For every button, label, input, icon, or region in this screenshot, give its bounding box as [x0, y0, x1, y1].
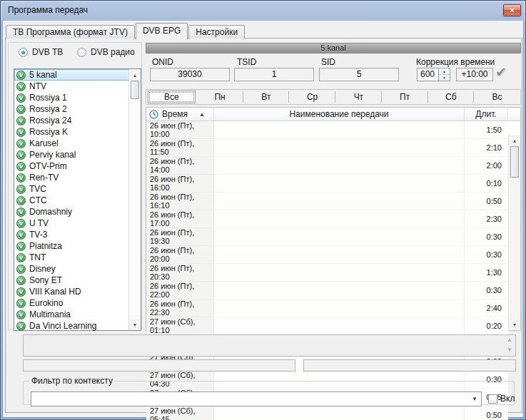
channel-scrollbar-thumb[interactable]	[131, 81, 139, 99]
channel-v-icon: V	[16, 185, 26, 194]
column-header-time[interactable]: Время ▲	[146, 108, 214, 121]
channel-scrollbar-track[interactable]	[129, 99, 141, 319]
channel-v-icon: V	[16, 208, 26, 217]
sid-field[interactable]: 5	[319, 68, 399, 81]
channel-item[interactable]: VSony ET	[14, 275, 129, 286]
tab-dvb-epg[interactable]: DVB EPG	[136, 23, 188, 39]
tab-tv-program-jtv[interactable]: ТВ Программа (формат JTV)	[6, 25, 135, 39]
channel-list-scrollbar[interactable]: ▲ ▼	[128, 69, 141, 330]
filter-checkbox[interactable]	[488, 394, 497, 404]
radio-dvb-radio-bullet	[77, 48, 86, 57]
epg-row[interactable]: 26 июн (Пт), 20:000:30	[146, 246, 508, 264]
epg-row[interactable]: 26 июн (Пт), 10:001:50	[146, 121, 508, 139]
epg-row[interactable]: 27 июн (Сб), 01:100:20	[146, 317, 508, 335]
channel-item[interactable]: VMultimania	[14, 309, 129, 320]
epg-row-duration: 0:30	[465, 228, 508, 246]
channel-item[interactable]: VRossiya 2	[14, 103, 129, 115]
main-tabstrip: ТВ Программа (формат JTV) DVB EPG Настро…	[6, 23, 246, 39]
channel-item[interactable]: VPerviy kanal	[14, 149, 129, 160]
spinner-down-icon[interactable]: ▼	[439, 75, 450, 81]
channel-item[interactable]: VTNT	[14, 252, 129, 263]
radio-dvb-radio[interactable]: DVB радио	[77, 47, 135, 57]
scroll-up-icon[interactable]: ▲	[509, 135, 520, 146]
channel-item[interactable]: VRossiya K	[14, 126, 129, 138]
filter-enable[interactable]: Вкл	[488, 394, 515, 404]
epg-row[interactable]: 26 июн (Пт), 20:301:30	[146, 264, 508, 282]
epg-scrollbar-thumb[interactable]	[510, 146, 519, 178]
channel-item[interactable]: VOTV-Prim	[14, 160, 129, 172]
epg-row[interactable]: 26 июн (Пт), 14:002:00	[146, 157, 508, 175]
scroll-down-icon[interactable]: ▼	[129, 319, 141, 330]
close-button[interactable]: ×	[503, 4, 521, 16]
epg-row-name	[214, 175, 465, 193]
channel-item[interactable]: VVIII Kanal HD	[14, 286, 129, 297]
channel-item[interactable]: VNTV	[14, 81, 129, 92]
channel-item-label: Multimania	[29, 309, 71, 319]
channel-item[interactable]: VDa Vinci Learning	[14, 320, 129, 332]
filter-combobox[interactable]: ▼	[31, 391, 482, 406]
column-header-name[interactable]: Наименование передачи	[214, 108, 465, 121]
channel-item-label: U TV	[29, 218, 49, 228]
channel-item-label: Karusel	[29, 138, 59, 148]
day-tab-3[interactable]: Вт	[243, 90, 290, 104]
channel-item-label: TVC	[29, 184, 46, 194]
channel-item[interactable]: VEurokino	[14, 297, 129, 309]
day-tab-6[interactable]: Пт	[382, 90, 428, 104]
channel-item[interactable]: V5 kanal	[14, 69, 129, 81]
scroll-down-icon[interactable]: ▼	[507, 347, 512, 353]
epg-scrollbar-track[interactable]	[509, 178, 520, 319]
tab-settings[interactable]: Настройки	[188, 25, 245, 39]
channel-item[interactable]: VRossiya 24	[14, 115, 129, 126]
channel-item[interactable]: VKarusel	[14, 138, 129, 149]
description-scroll[interactable]: ▲ ▼	[507, 337, 512, 353]
channel-item[interactable]: VDisney	[14, 263, 129, 275]
channel-item[interactable]: VCTC	[14, 195, 129, 206]
channel-item[interactable]: VRossiya 1	[14, 92, 129, 103]
channel-item[interactable]: VDomashniy	[14, 206, 129, 217]
apply-check-icon[interactable]: ✔	[495, 64, 514, 81]
correction-minutes-input[interactable]: 600	[417, 68, 439, 81]
day-tab-1[interactable]: Все	[148, 91, 196, 103]
epg-row[interactable]: 26 июн (Пт), 22:000:30	[146, 282, 508, 299]
epg-row-name	[214, 264, 465, 282]
channel-item-label: Rossiya 1	[29, 93, 67, 103]
epg-row[interactable]: 26 июн (Пт), 16:000:10	[146, 175, 508, 193]
radio-dvb-tv[interactable]: DVB ТВ	[19, 47, 63, 57]
channel-v-icon: V	[16, 287, 26, 297]
channel-v-icon: V	[16, 253, 26, 262]
day-tab-4[interactable]: Ср	[289, 90, 335, 104]
titlebar[interactable]: Программа передач ×	[1, 1, 525, 21]
day-tab-2[interactable]: Пн	[197, 90, 243, 104]
tsid-field[interactable]: 1	[234, 68, 314, 81]
day-tab-5[interactable]: Чт	[335, 90, 382, 104]
channel-v-icon: V	[16, 139, 26, 148]
epg-row[interactable]: 26 июн (Пт), 17:002:30	[146, 210, 508, 228]
channel-item[interactable]: VTVC	[14, 183, 129, 195]
epg-row[interactable]: 26 июн (Пт), 16:100:50	[146, 193, 508, 210]
onid-label: ONID	[152, 57, 173, 67]
epg-row-time: 26 июн (Пт), 19:30	[146, 228, 214, 246]
channel-item-label: Disney	[29, 264, 56, 274]
epg-row[interactable]: 26 июн (Пт), 11:502:10	[146, 139, 508, 157]
spinner-up-icon[interactable]: ▲	[439, 68, 450, 75]
scroll-up-icon[interactable]: ▲	[507, 337, 512, 343]
channel-v-icon: V	[16, 93, 26, 103]
epg-row[interactable]: 26 июн (Пт), 22:302:40	[146, 299, 508, 317]
onid-field[interactable]: 39030	[150, 68, 230, 81]
scroll-up-icon[interactable]: ▲	[129, 69, 141, 81]
channel-item[interactable]: VRen-TV	[14, 172, 129, 183]
day-tab-7[interactable]: Сб	[428, 90, 475, 104]
filter-group: Фильтр по контексту ▼ Вкл	[23, 376, 515, 405]
epg-row[interactable]: 27 июн (Сб), 05:450:50	[146, 406, 508, 420]
channel-item[interactable]: VPiatnitza	[14, 240, 129, 252]
scroll-down-icon[interactable]: ▼	[509, 319, 520, 330]
channel-item[interactable]: VTV-3	[14, 229, 129, 240]
clock-icon	[149, 110, 158, 119]
column-header-duration[interactable]: Длит.	[465, 108, 508, 121]
correction-offset-field[interactable]: +10:00	[456, 68, 493, 81]
day-tab-8[interactable]: Вс	[474, 90, 520, 104]
epg-scrollbar[interactable]: ▲ ▼	[508, 135, 520, 330]
epg-row[interactable]: 26 июн (Пт), 19:300:30	[146, 228, 508, 246]
correction-minutes-spinner[interactable]: ▲ ▼	[439, 68, 450, 81]
channel-item[interactable]: VU TV	[14, 217, 129, 229]
